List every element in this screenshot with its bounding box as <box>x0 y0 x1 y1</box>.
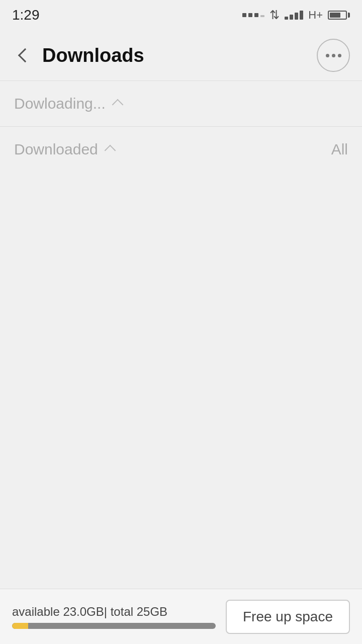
downloading-label: Dowloading... <box>14 95 106 112</box>
page-container: 1:29 ⇅ H+ <box>0 0 362 644</box>
more-options-button[interactable] <box>317 39 350 72</box>
signal-dots-icon <box>242 13 264 17</box>
storage-info: available 23.0GB| total 25GB <box>12 605 216 629</box>
status-bar: 1:29 ⇅ H+ <box>0 0 362 30</box>
more-dot-1 <box>326 54 329 57</box>
downloaded-section-left: Downloaded <box>14 141 114 158</box>
storage-bar-used <box>12 623 28 629</box>
back-icon <box>18 48 32 62</box>
toolbar-left: Downloads <box>12 44 144 66</box>
downloaded-chevron-icon <box>104 145 116 156</box>
downloading-chevron-icon <box>112 99 123 111</box>
signal-bars-icon <box>285 11 303 20</box>
page-title: Downloads <box>42 45 144 66</box>
storage-bar <box>12 623 216 629</box>
free-up-space-button[interactable]: Free up space <box>226 600 350 634</box>
battery-icon <box>328 11 350 20</box>
data-transfer-icon: ⇅ <box>269 8 280 22</box>
downloaded-section-header[interactable]: Downloaded All <box>0 127 362 172</box>
storage-text: available 23.0GB| total 25GB <box>12 605 216 619</box>
content-area <box>0 172 362 644</box>
more-dot-2 <box>332 54 335 57</box>
bottom-bar: available 23.0GB| total 25GB Free up spa… <box>0 589 362 644</box>
more-dot-3 <box>338 54 341 57</box>
downloading-section-header[interactable]: Dowloading... <box>0 81 362 126</box>
downloaded-label: Downloaded <box>14 141 98 158</box>
status-time: 1:29 <box>12 7 40 23</box>
toolbar: Downloads <box>0 30 362 80</box>
downloading-section-left: Dowloading... <box>14 95 122 112</box>
network-type-label: H+ <box>308 9 323 22</box>
downloaded-all-button[interactable]: All <box>331 141 348 158</box>
back-button[interactable] <box>12 44 34 66</box>
status-icons: ⇅ H+ <box>242 8 350 22</box>
